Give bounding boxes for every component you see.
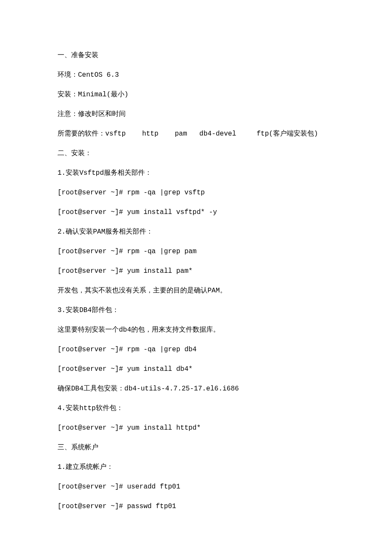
command-yum-pam: [root@server ~]# yum install pam*	[58, 266, 334, 276]
text-db4-utils: 确保DB4工具包安装：db4-utils-4.7.25-17.el6.i686	[58, 384, 334, 394]
text-dev-package-note: 开发包，其实不装也没有关系，主要的目的是确认PAM。	[58, 286, 334, 296]
heading-prepare-install: 一、准备安装	[58, 50, 334, 61]
command-yum-vsftpd: [root@server ~]# yum install vsftpd* -y	[58, 207, 334, 217]
command-rpm-pam: [root@server ~]# rpm -qa |grep pam	[58, 246, 334, 257]
command-rpm-vsftp: [root@server ~]# rpm -qa |grep vsftp	[58, 188, 334, 198]
command-passwd: [root@server ~]# passwd ftp01	[58, 501, 334, 512]
heading-install: 二、安装：	[58, 148, 334, 159]
text-db4-note: 这里要特别安装一个db4的包，用来支持文件数据库。	[58, 325, 334, 335]
text-required-software: 所需要的软件：vsftp http pam db4-devel ftp(客户端安…	[58, 129, 334, 139]
text-confirm-pam: 2.确认安装PAM服务相关部件：	[58, 227, 334, 237]
text-install-vsftpd: 1.安装Vsftpd服务相关部件：	[58, 168, 334, 178]
text-environment: 环境：CentOS 6.3	[58, 70, 334, 80]
text-install-type: 安装：Minimal(最小)	[58, 90, 334, 100]
text-create-account: 1.建立系统帐户：	[58, 462, 334, 472]
heading-system-account: 三、系统帐户	[58, 442, 334, 453]
command-yum-db4: [root@server ~]# yum install db4*	[58, 364, 334, 374]
text-note-timezone: 注意：修改时区和时间	[58, 109, 334, 119]
text-install-db4: 3.安装DB4部件包：	[58, 305, 334, 315]
text-install-http: 4.安装http软件包：	[58, 403, 334, 413]
command-useradd: [root@server ~]# useradd ftp01	[58, 482, 334, 492]
command-yum-httpd: [root@server ~]# yum install httpd*	[58, 423, 334, 433]
command-rpm-db4: [root@server ~]# rpm -qa |grep db4	[58, 344, 334, 355]
document-page: 一、准备安装 环境：CentOS 6.3 安装：Minimal(最小) 注意：修…	[0, 0, 392, 555]
